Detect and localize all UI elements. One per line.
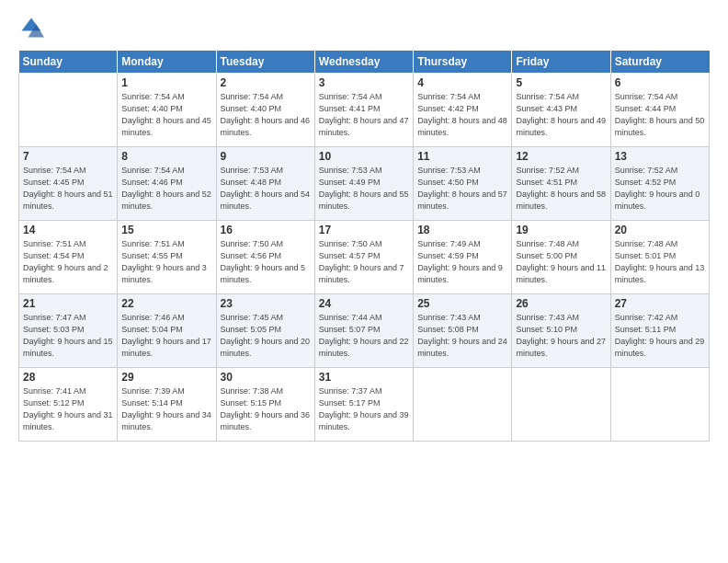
day-number: 22: [121, 297, 211, 310]
day-cell: 16Sunrise: 7:50 AM Sunset: 4:56 PM Dayli…: [216, 221, 314, 294]
week-row-5: 28Sunrise: 7:41 AM Sunset: 5:12 PM Dayli…: [19, 368, 710, 442]
day-cell: 20Sunrise: 7:48 AM Sunset: 5:01 PM Dayli…: [610, 221, 709, 294]
day-number: 28: [23, 371, 113, 384]
header-cell-thursday: Thursday: [414, 51, 512, 74]
day-number: 10: [319, 150, 409, 163]
day-cell: [610, 368, 709, 442]
header-cell-monday: Monday: [118, 51, 216, 74]
day-number: 31: [319, 371, 409, 384]
day-info: Sunrise: 7:44 AM Sunset: 5:07 PM Dayligh…: [319, 312, 409, 360]
day-info: Sunrise: 7:38 AM Sunset: 5:15 PM Dayligh…: [221, 385, 311, 433]
day-cell: 13Sunrise: 7:52 AM Sunset: 4:52 PM Dayli…: [610, 147, 709, 221]
day-number: 26: [516, 297, 606, 310]
day-cell: 8Sunrise: 7:54 AM Sunset: 4:46 PM Daylig…: [118, 147, 216, 221]
day-info: Sunrise: 7:45 AM Sunset: 5:05 PM Dayligh…: [221, 312, 311, 360]
week-row-3: 14Sunrise: 7:51 AM Sunset: 4:54 PM Dayli…: [19, 221, 710, 294]
day-number: 20: [615, 224, 705, 236]
header-cell-saturday: Saturday: [610, 51, 709, 74]
day-number: 30: [221, 371, 311, 384]
day-cell: 11Sunrise: 7:53 AM Sunset: 4:50 PM Dayli…: [414, 147, 512, 221]
day-info: Sunrise: 7:53 AM Sunset: 4:48 PM Dayligh…: [221, 165, 311, 213]
day-cell: [414, 368, 512, 442]
day-number: 27: [615, 297, 705, 310]
day-number: 16: [221, 224, 311, 236]
day-info: Sunrise: 7:51 AM Sunset: 4:55 PM Dayligh…: [121, 238, 211, 286]
day-number: 19: [516, 224, 606, 236]
day-cell: 27Sunrise: 7:42 AM Sunset: 5:11 PM Dayli…: [610, 294, 709, 368]
day-cell: [512, 368, 610, 442]
day-info: Sunrise: 7:42 AM Sunset: 5:11 PM Dayligh…: [615, 312, 705, 360]
day-cell: [19, 74, 118, 147]
day-info: Sunrise: 7:48 AM Sunset: 5:01 PM Dayligh…: [615, 238, 705, 286]
day-number: 25: [417, 297, 507, 310]
day-cell: 23Sunrise: 7:45 AM Sunset: 5:05 PM Dayli…: [216, 294, 314, 368]
day-number: 14: [23, 224, 113, 236]
day-info: Sunrise: 7:43 AM Sunset: 5:10 PM Dayligh…: [516, 312, 606, 360]
day-info: Sunrise: 7:37 AM Sunset: 5:17 PM Dayligh…: [319, 385, 409, 433]
day-cell: 5Sunrise: 7:54 AM Sunset: 4:43 PM Daylig…: [512, 74, 610, 147]
day-cell: 3Sunrise: 7:54 AM Sunset: 4:41 PM Daylig…: [314, 74, 413, 147]
day-cell: 4Sunrise: 7:54 AM Sunset: 4:42 PM Daylig…: [414, 74, 512, 147]
header-cell-sunday: Sunday: [19, 51, 118, 74]
day-number: 9: [221, 150, 311, 163]
week-row-4: 21Sunrise: 7:47 AM Sunset: 5:03 PM Dayli…: [19, 294, 710, 368]
day-info: Sunrise: 7:54 AM Sunset: 4:42 PM Dayligh…: [417, 91, 507, 139]
day-info: Sunrise: 7:41 AM Sunset: 5:12 PM Dayligh…: [23, 385, 113, 433]
day-cell: 18Sunrise: 7:49 AM Sunset: 4:59 PM Dayli…: [414, 221, 512, 294]
day-cell: 31Sunrise: 7:37 AM Sunset: 5:17 PM Dayli…: [314, 368, 413, 442]
week-row-2: 7Sunrise: 7:54 AM Sunset: 4:45 PM Daylig…: [19, 147, 710, 221]
day-cell: 19Sunrise: 7:48 AM Sunset: 5:00 PM Dayli…: [512, 221, 610, 294]
day-number: 23: [221, 297, 311, 310]
day-info: Sunrise: 7:47 AM Sunset: 5:03 PM Dayligh…: [23, 312, 113, 360]
day-number: 4: [417, 76, 507, 89]
day-cell: 26Sunrise: 7:43 AM Sunset: 5:10 PM Dayli…: [512, 294, 610, 368]
day-cell: 29Sunrise: 7:39 AM Sunset: 5:14 PM Dayli…: [118, 368, 216, 442]
day-number: 8: [121, 150, 211, 163]
day-info: Sunrise: 7:54 AM Sunset: 4:46 PM Dayligh…: [121, 165, 211, 213]
day-number: 15: [121, 224, 211, 236]
logo: [18, 15, 48, 40]
day-info: Sunrise: 7:53 AM Sunset: 4:49 PM Dayligh…: [319, 165, 409, 213]
day-number: 13: [615, 150, 705, 163]
day-info: Sunrise: 7:49 AM Sunset: 4:59 PM Dayligh…: [417, 238, 507, 286]
day-info: Sunrise: 7:54 AM Sunset: 4:45 PM Dayligh…: [23, 165, 113, 213]
day-info: Sunrise: 7:53 AM Sunset: 4:50 PM Dayligh…: [417, 165, 507, 213]
day-info: Sunrise: 7:54 AM Sunset: 4:41 PM Dayligh…: [319, 91, 409, 139]
day-cell: 25Sunrise: 7:43 AM Sunset: 5:08 PM Dayli…: [414, 294, 512, 368]
day-number: 7: [23, 150, 113, 163]
day-info: Sunrise: 7:43 AM Sunset: 5:08 PM Dayligh…: [417, 312, 507, 360]
header-row: SundayMondayTuesdayWednesdayThursdayFrid…: [19, 51, 710, 74]
day-info: Sunrise: 7:54 AM Sunset: 4:43 PM Dayligh…: [516, 91, 606, 139]
day-info: Sunrise: 7:51 AM Sunset: 4:54 PM Dayligh…: [23, 238, 113, 286]
day-number: 3: [319, 76, 409, 89]
day-cell: 10Sunrise: 7:53 AM Sunset: 4:49 PM Dayli…: [314, 147, 413, 221]
header-cell-wednesday: Wednesday: [314, 51, 413, 74]
day-cell: 7Sunrise: 7:54 AM Sunset: 4:45 PM Daylig…: [19, 147, 118, 221]
logo-icon: [18, 15, 44, 40]
day-cell: 9Sunrise: 7:53 AM Sunset: 4:48 PM Daylig…: [216, 147, 314, 221]
day-cell: 30Sunrise: 7:38 AM Sunset: 5:15 PM Dayli…: [216, 368, 314, 442]
day-cell: 14Sunrise: 7:51 AM Sunset: 4:54 PM Dayli…: [19, 221, 118, 294]
week-row-1: 1Sunrise: 7:54 AM Sunset: 4:40 PM Daylig…: [19, 74, 710, 147]
header-cell-friday: Friday: [512, 51, 610, 74]
day-cell: 17Sunrise: 7:50 AM Sunset: 4:57 PM Dayli…: [314, 221, 413, 294]
calendar-table: SundayMondayTuesdayWednesdayThursdayFrid…: [18, 50, 710, 442]
day-info: Sunrise: 7:48 AM Sunset: 5:00 PM Dayligh…: [516, 238, 606, 286]
day-info: Sunrise: 7:52 AM Sunset: 4:52 PM Dayligh…: [615, 165, 705, 213]
day-number: 1: [121, 76, 211, 89]
header: [18, 15, 710, 40]
day-cell: 21Sunrise: 7:47 AM Sunset: 5:03 PM Dayli…: [19, 294, 118, 368]
day-info: Sunrise: 7:39 AM Sunset: 5:14 PM Dayligh…: [121, 385, 211, 433]
day-cell: 28Sunrise: 7:41 AM Sunset: 5:12 PM Dayli…: [19, 368, 118, 442]
day-number: 6: [615, 76, 705, 89]
day-cell: 12Sunrise: 7:52 AM Sunset: 4:51 PM Dayli…: [512, 147, 610, 221]
day-number: 2: [221, 76, 311, 89]
day-info: Sunrise: 7:50 AM Sunset: 4:57 PM Dayligh…: [319, 238, 409, 286]
day-number: 29: [121, 371, 211, 384]
day-cell: 15Sunrise: 7:51 AM Sunset: 4:55 PM Dayli…: [118, 221, 216, 294]
day-info: Sunrise: 7:54 AM Sunset: 4:40 PM Dayligh…: [221, 91, 311, 139]
day-info: Sunrise: 7:54 AM Sunset: 4:44 PM Dayligh…: [615, 91, 705, 139]
day-number: 17: [319, 224, 409, 236]
day-number: 21: [23, 297, 113, 310]
page: SundayMondayTuesdayWednesdayThursdayFrid…: [0, 0, 728, 563]
